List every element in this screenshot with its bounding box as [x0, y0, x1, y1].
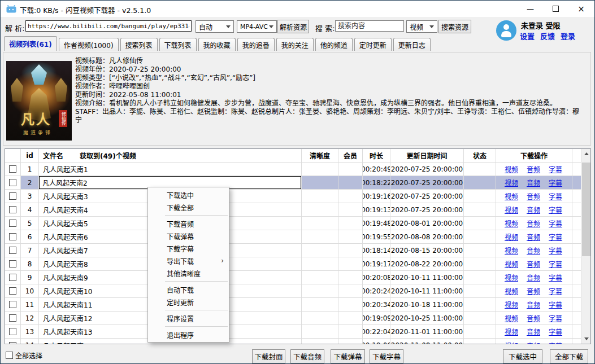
search-type-select[interactable]: 视频	[406, 20, 437, 33]
download-video-link[interactable]: 视频	[505, 300, 518, 309]
download-all-button[interactable]: 全部下载	[550, 349, 588, 363]
scroll-up-icon[interactable]	[581, 149, 591, 159]
download-audio-link[interactable]: 音频	[527, 300, 540, 309]
vertical-scrollbar[interactable]	[581, 149, 590, 344]
download-audio-link[interactable]: 音频	[527, 273, 540, 282]
header-clarity[interactable]: 清晰度	[302, 149, 338, 162]
maximize-button[interactable]	[543, 1, 568, 17]
menu-item[interactable]: 导出下载›	[148, 255, 229, 267]
download-video-link[interactable]: 视频	[505, 205, 518, 214]
menu-item[interactable]: 自动下载	[148, 283, 229, 296]
menu-item[interactable]: 下载音频	[148, 217, 229, 230]
download-subtitle-link[interactable]: 字幕	[549, 205, 562, 214]
close-button[interactable]: ×	[568, 1, 594, 17]
download-subtitle-link[interactable]: 字幕	[549, 245, 562, 255]
search-resource-button[interactable]: 搜索资源	[438, 20, 471, 33]
row-checkbox[interactable]	[9, 328, 16, 335]
format-select[interactable]: MP4-AVC	[237, 20, 277, 33]
table-row[interactable]: 5凡人风起天南500:19:482020-08-01 20:00:00视频音频字…	[5, 217, 582, 230]
download-audio-link[interactable]: 音频	[527, 259, 540, 269]
download-subtitle-link[interactable]: 字幕	[549, 259, 562, 269]
row-checkbox[interactable]	[9, 179, 16, 186]
row-checkbox[interactable]	[9, 314, 16, 322]
table-row[interactable]: 10凡人风起天南1000:20:242020-10-11 11:00:00视频音…	[5, 284, 582, 298]
menu-item[interactable]: 下载弹幕	[148, 230, 229, 242]
download-selected-button[interactable]: 下载选中	[503, 349, 542, 363]
table-row[interactable]: 6凡人风起天南600:19:552020-08-08 20:00:00视频音频字…	[5, 230, 582, 244]
download-danmaku-button[interactable]: 下载弹幕	[331, 349, 365, 363]
download-audio-link[interactable]: 音频	[527, 327, 540, 336]
tab-item[interactable]: 定时更新	[354, 38, 392, 51]
header-filename[interactable]: 文件名 获取到(49)个视频	[39, 149, 302, 162]
menu-item[interactable]: 下载选中	[148, 188, 229, 201]
url-input[interactable]	[25, 20, 192, 32]
download-video-link[interactable]: 视频	[505, 218, 518, 228]
download-audio-button[interactable]: 下载音频	[290, 349, 324, 363]
row-checkbox[interactable]	[9, 342, 16, 345]
download-video-link[interactable]: 视频	[505, 341, 518, 345]
user-avatar-icon[interactable]	[496, 20, 516, 41]
login-link[interactable]: 登录	[561, 30, 575, 41]
menu-item[interactable]: 退出程序	[148, 328, 229, 341]
scrollbar-thumb[interactable]	[582, 163, 590, 256]
minimize-button[interactable]: —	[518, 1, 543, 17]
tab-item[interactable]: 我的收藏	[198, 38, 236, 51]
header-actions[interactable]: 下载操作	[496, 149, 572, 162]
row-checkbox[interactable]	[9, 192, 16, 200]
tab-item[interactable]: 他的频道	[315, 38, 353, 51]
download-subtitle-link[interactable]: 字幕	[549, 191, 562, 201]
download-subtitle-link[interactable]: 字幕	[549, 313, 562, 323]
table-row[interactable]: 11凡人风起天南1100:20:342020-10-18 11:00:00视频音…	[5, 298, 582, 312]
menu-item[interactable]: 下载全部	[148, 201, 229, 213]
download-subtitle-link[interactable]: 字幕	[549, 232, 562, 242]
download-subtitle-link[interactable]: 字幕	[549, 286, 562, 296]
menu-item[interactable]: 下载字幕	[148, 242, 229, 255]
header-date[interactable]: 更新日期时间	[390, 149, 464, 162]
mode-select[interactable]: 自动	[196, 20, 234, 33]
header-duration[interactable]: 时长	[363, 149, 390, 162]
select-all[interactable]: 全部选择	[6, 350, 42, 360]
tab-active[interactable]: 视频列表(61)	[4, 36, 57, 51]
table-row[interactable]: 13凡人风起天南1300:22:042020-11-01 11:00:00视频音…	[5, 325, 582, 339]
download-video-link[interactable]: 视频	[505, 245, 518, 255]
tab-item[interactable]: 我的追番	[237, 38, 275, 51]
download-audio-link[interactable]: 音频	[527, 232, 540, 242]
download-video-link[interactable]: 视频	[505, 273, 518, 282]
row-checkbox[interactable]	[9, 274, 16, 281]
download-audio-link[interactable]: 音频	[527, 205, 540, 214]
table-row[interactable]: 14凡人风起天南1400:19:062020-11-08 11:00:00视频音…	[5, 339, 582, 344]
download-audio-link[interactable]: 音频	[527, 341, 540, 345]
download-video-link[interactable]: 视频	[505, 178, 518, 187]
row-checkbox[interactable]	[9, 260, 16, 267]
row-checkbox[interactable]	[9, 247, 16, 254]
search-input[interactable]	[335, 20, 404, 32]
download-video-link[interactable]: 视频	[505, 327, 518, 336]
download-subtitle-link[interactable]: 字幕	[549, 327, 562, 336]
tab-item[interactable]: 我的关注	[276, 38, 314, 51]
tab-item[interactable]: 下载列表	[159, 38, 197, 51]
download-audio-link[interactable]: 音频	[527, 313, 540, 323]
download-video-link[interactable]: 视频	[505, 191, 518, 201]
table-row[interactable]: 8凡人风起天南800:19:172020-08-22 20:00:00视频音频字…	[5, 257, 582, 271]
header-status[interactable]: 状态	[464, 149, 496, 162]
download-subtitle-link[interactable]: 字幕	[549, 164, 562, 174]
row-checkbox[interactable]	[9, 287, 16, 295]
feedback-link[interactable]: 反馈	[540, 30, 555, 41]
download-video-link[interactable]: 视频	[505, 313, 518, 323]
table-row[interactable]: 200:18:222020-07-25 20:00:00视频音频字幕	[5, 176, 582, 190]
table-row[interactable]: 1凡人风起天南100:20:492020-07-25 20:00:00视频音频字…	[5, 163, 582, 176]
row-checkbox[interactable]	[9, 220, 16, 227]
download-subtitle-link[interactable]: 字幕	[549, 218, 562, 228]
download-cover-button[interactable]: 下载封面	[252, 349, 285, 363]
settings-link[interactable]: 设置	[520, 30, 535, 41]
menu-item[interactable]: 程序设置	[148, 312, 229, 324]
download-subtitle-link[interactable]: 字幕	[549, 300, 562, 309]
download-video-link[interactable]: 视频	[505, 259, 518, 269]
row-checkbox[interactable]	[9, 206, 16, 213]
download-subtitle-link[interactable]: 字幕	[549, 273, 562, 282]
download-video-link[interactable]: 视频	[505, 164, 518, 174]
menu-item[interactable]: 其他清晰度	[148, 267, 229, 279]
download-video-link[interactable]: 视频	[505, 286, 518, 296]
menu-item[interactable]: 定时更新	[148, 296, 229, 308]
download-subtitle-link[interactable]: 字幕	[549, 178, 562, 187]
